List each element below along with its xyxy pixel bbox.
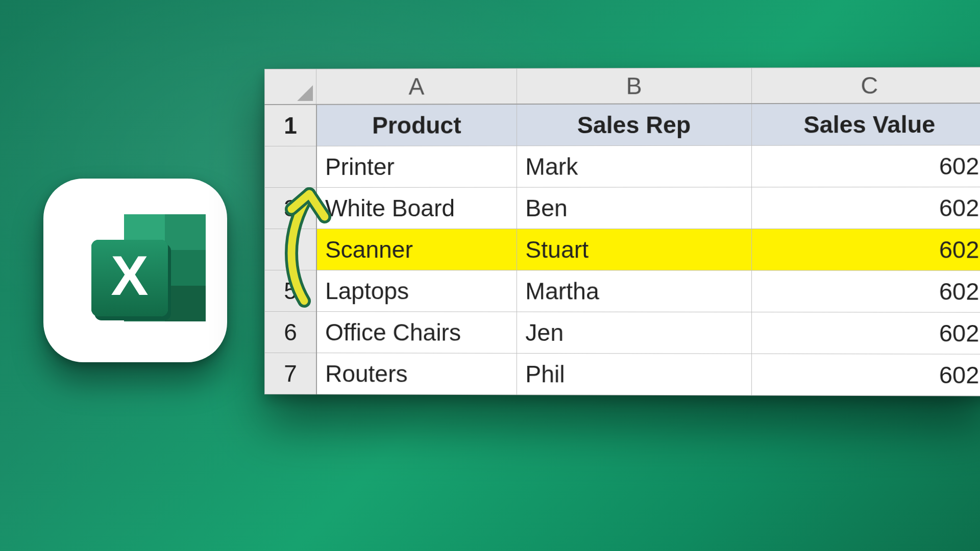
row-number[interactable] bbox=[264, 229, 316, 270]
table-row[interactable]: Printer Mark 602 bbox=[264, 145, 980, 188]
row-number[interactable]: 7 bbox=[264, 353, 316, 394]
cell[interactable]: Routers bbox=[316, 353, 517, 395]
excel-icon: X bbox=[43, 179, 227, 362]
cell[interactable]: 602 bbox=[751, 354, 980, 396]
cell[interactable]: Product bbox=[316, 104, 517, 146]
cell[interactable]: 602 bbox=[751, 187, 980, 229]
row-number[interactable] bbox=[264, 146, 316, 187]
cell[interactable]: Sales Rep bbox=[517, 104, 752, 146]
cell[interactable]: Ben bbox=[517, 187, 752, 229]
spreadsheet-grid[interactable]: A B C 1 Product Sales Rep Sales Value Pr… bbox=[264, 67, 980, 396]
cell[interactable]: Office Chairs bbox=[316, 312, 517, 354]
table-row[interactable]: 6 Office Chairs Jen 602 bbox=[264, 312, 980, 355]
cell[interactable]: White Board bbox=[316, 187, 517, 229]
excel-icon-letter: X bbox=[111, 244, 148, 307]
cell[interactable]: Scanner bbox=[316, 229, 517, 270]
header-row[interactable]: 1 Product Sales Rep Sales Value bbox=[264, 103, 980, 146]
cell[interactable]: Laptops bbox=[316, 270, 517, 312]
cell[interactable]: 602 bbox=[751, 145, 980, 187]
spreadsheet-panel: A B C 1 Product Sales Rep Sales Value Pr… bbox=[264, 67, 980, 396]
row-number[interactable]: 3 bbox=[264, 187, 316, 229]
col-header-c[interactable]: C bbox=[751, 67, 980, 104]
cell[interactable]: Martha bbox=[517, 270, 752, 312]
table-row[interactable]: 5 Laptops Martha 602 bbox=[264, 270, 980, 313]
cell[interactable]: Sales Value bbox=[751, 103, 980, 145]
cell[interactable]: Mark bbox=[517, 145, 752, 187]
row-number[interactable]: 1 bbox=[264, 105, 316, 146]
cell[interactable]: 602 bbox=[751, 229, 980, 270]
row-number[interactable]: 6 bbox=[264, 312, 316, 353]
cell[interactable]: Jen bbox=[517, 312, 752, 354]
select-all-corner[interactable] bbox=[264, 69, 316, 105]
column-header-row[interactable]: A B C bbox=[264, 67, 980, 105]
col-header-b[interactable]: B bbox=[517, 68, 752, 104]
svg-rect-2 bbox=[165, 214, 206, 250]
col-header-a[interactable]: A bbox=[316, 68, 517, 105]
table-row[interactable]: 7 Routers Phil 602 bbox=[264, 353, 980, 396]
cell[interactable]: 602 bbox=[751, 270, 980, 312]
row-number[interactable]: 5 bbox=[264, 270, 316, 312]
cell[interactable]: Stuart bbox=[517, 229, 752, 270]
table-row[interactable]: 3 White Board Ben 602 bbox=[264, 187, 980, 229]
cell[interactable]: 602 bbox=[751, 312, 980, 355]
cell[interactable]: Phil bbox=[517, 353, 752, 395]
table-row-highlighted[interactable]: Scanner Stuart 602 bbox=[264, 229, 980, 270]
excel-app-icon: X bbox=[43, 179, 227, 362]
cell[interactable]: Printer bbox=[316, 146, 517, 188]
